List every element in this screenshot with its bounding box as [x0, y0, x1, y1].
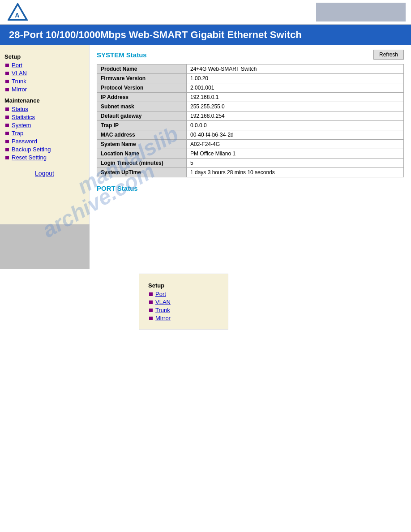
- sidebar-link-status[interactable]: Status: [12, 106, 28, 112]
- bottom-content: [90, 224, 411, 269]
- sidebar-link-password[interactable]: Password: [12, 138, 37, 145]
- bullet-icon: [5, 132, 9, 135]
- sidebar-item-status[interactable]: Status: [4, 106, 85, 112]
- sidebar-link-statistics[interactable]: Statistics: [12, 114, 35, 120]
- row-label: Trap IP: [97, 121, 187, 130]
- sidebar: Setup Port VLAN Trunk Mirror Maintenance…: [0, 45, 90, 224]
- table-row: Default gateway192.168.0.254: [97, 112, 404, 121]
- sidebar-link-reset-setting[interactable]: Reset Setting: [12, 154, 47, 161]
- sidebar-item-trunk[interactable]: Trunk: [4, 78, 85, 85]
- table-row: IP Address192.168.0.1: [97, 93, 404, 102]
- sidebar-item-vlan[interactable]: VLAN: [4, 70, 85, 77]
- row-value: 192.168.0.1: [187, 93, 404, 102]
- second-sidebar-link-mirror[interactable]: Mirror: [155, 315, 171, 322]
- row-label: Login Timeout (minutes): [97, 159, 187, 168]
- row-value: 192.168.0.254: [187, 112, 404, 121]
- sidebar-link-vlan[interactable]: VLAN: [12, 70, 27, 77]
- row-label: Subnet mask: [97, 102, 187, 112]
- row-label: Product Name: [97, 64, 187, 74]
- row-value: 5: [187, 159, 404, 168]
- table-row: System NameA02-F24-4G: [97, 140, 404, 149]
- table-row: Product Name24+4G Web-SMART Switch: [97, 64, 404, 74]
- page-wrapper: A 28-Port 10/100/1000Mbps Web-SMART Giga…: [0, 0, 411, 330]
- bullet-icon: [5, 140, 9, 143]
- bullet-icon: [5, 124, 9, 127]
- bullet-icon: [149, 292, 153, 296]
- bullet-icon: [5, 156, 9, 159]
- title-bar: 28-Port 10/100/1000Mbps Web-SMART Gigabi…: [0, 25, 411, 45]
- sidebar-link-backup-setting[interactable]: Backup Setting: [12, 146, 51, 153]
- sidebar-link-port[interactable]: Port: [12, 62, 22, 69]
- table-row: Location NamePM Office Milano 1: [97, 149, 404, 159]
- second-sidebar-item-mirror[interactable]: Mirror: [148, 315, 219, 322]
- row-label: Protocol Version: [97, 83, 187, 93]
- sidebar-item-password[interactable]: Password: [4, 138, 85, 145]
- row-value: 0.0.0.0: [187, 121, 404, 130]
- sidebar-item-port[interactable]: Port: [4, 62, 85, 69]
- row-value: 255.255.255.0: [187, 102, 404, 112]
- svg-text:A: A: [15, 12, 19, 19]
- sidebar-item-backup-setting[interactable]: Backup Setting: [4, 146, 85, 153]
- row-label: MAC address: [97, 130, 187, 140]
- second-sidebar-link-trunk[interactable]: Trunk: [155, 307, 170, 313]
- bullet-icon: [5, 148, 9, 151]
- page-title: 28-Port 10/100/1000Mbps Web-SMART Gigabi…: [9, 29, 302, 40]
- port-status-title: PORT Status: [97, 184, 404, 192]
- row-label: Default gateway: [97, 112, 187, 121]
- second-sidebar-item-vlan[interactable]: VLAN: [148, 299, 219, 305]
- table-row: Firmware Version1.00.20: [97, 74, 404, 83]
- bullet-icon: [5, 64, 9, 67]
- second-sidebar-link-port[interactable]: Port: [155, 291, 166, 297]
- second-sidebar-item-trunk[interactable]: Trunk: [148, 307, 219, 313]
- logout-container[interactable]: Logout: [4, 170, 85, 177]
- row-label: Location Name: [97, 149, 187, 159]
- row-value: A02-F24-4G: [187, 140, 404, 149]
- header-right-block: [316, 3, 406, 21]
- system-status-header: SYSTEM Status Refresh: [97, 50, 404, 60]
- brand-logo: A: [8, 3, 28, 21]
- bullet-icon: [5, 88, 9, 91]
- sidebar-item-mirror[interactable]: Mirror: [4, 86, 85, 93]
- bottom-sidebar-gray: [0, 224, 90, 269]
- bullet-icon: [149, 309, 153, 312]
- logo-container: A: [5, 2, 30, 22]
- main-layout: Setup Port VLAN Trunk Mirror Maintenance…: [0, 45, 411, 224]
- bullet-icon: [5, 107, 9, 111]
- sidebar-link-trap[interactable]: Trap: [12, 130, 23, 137]
- content-area: SYSTEM Status Refresh Product Name24+4G …: [90, 45, 411, 224]
- table-row: Subnet mask255.255.255.0: [97, 102, 404, 112]
- refresh-button[interactable]: Refresh: [373, 50, 404, 60]
- sidebar-setup-title: Setup: [4, 53, 85, 60]
- row-value: 24+4G Web-SMART Switch: [187, 64, 404, 74]
- second-sidebar-link-vlan[interactable]: VLAN: [155, 299, 171, 305]
- table-row: Trap IP0.0.0.0: [97, 121, 404, 130]
- bullet-icon: [149, 300, 153, 304]
- table-row: Protocol Version2.001.001: [97, 83, 404, 93]
- row-value: 2.001.001: [187, 83, 404, 93]
- table-row: System UpTime1 days 3 hours 28 mins 10 s…: [97, 168, 404, 177]
- system-status-table: Product Name24+4G Web-SMART SwitchFirmwa…: [97, 64, 404, 177]
- logout-link[interactable]: Logout: [35, 170, 54, 177]
- row-label: System Name: [97, 140, 187, 149]
- bullet-icon: [5, 116, 9, 119]
- sidebar-item-reset-setting[interactable]: Reset Setting: [4, 154, 85, 161]
- system-status-title: SYSTEM Status: [97, 51, 147, 59]
- sidebar-item-statistics[interactable]: Statistics: [4, 114, 85, 120]
- table-row: Login Timeout (minutes)5: [97, 159, 404, 168]
- sidebar-maintenance-title: Maintenance: [4, 97, 85, 104]
- row-label: Firmware Version: [97, 74, 187, 83]
- row-label: System UpTime: [97, 168, 187, 177]
- row-value: 00-40-f4-b6-34-2d: [187, 130, 404, 140]
- bullet-icon: [149, 317, 153, 320]
- sidebar-item-trap[interactable]: Trap: [4, 130, 85, 137]
- second-setup-panel: Setup Port VLAN Trunk Mirror: [139, 274, 228, 330]
- sidebar-link-system[interactable]: System: [12, 122, 31, 129]
- bottom-area: [0, 224, 411, 269]
- row-value: 1 days 3 hours 28 mins 10 seconds: [187, 168, 404, 177]
- sidebar-link-trunk[interactable]: Trunk: [12, 78, 26, 85]
- sidebar-link-mirror[interactable]: Mirror: [12, 86, 27, 93]
- row-value: 1.00.20: [187, 74, 404, 83]
- second-setup-title: Setup: [148, 282, 219, 289]
- sidebar-item-system[interactable]: System: [4, 122, 85, 129]
- second-sidebar-item-port[interactable]: Port: [148, 291, 219, 297]
